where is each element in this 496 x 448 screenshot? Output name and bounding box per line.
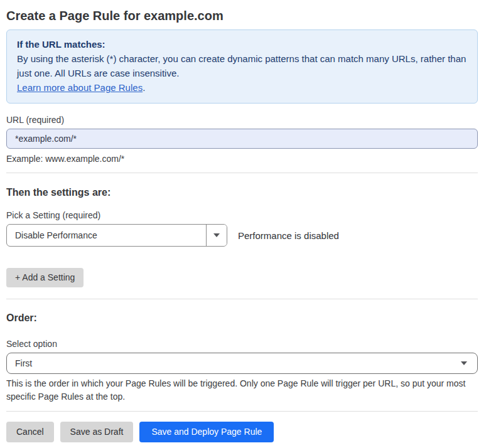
pick-setting-label: Pick a Setting (required) xyxy=(6,210,478,221)
setting-select-value: Disable Performance xyxy=(7,225,206,246)
order-select-label: Select option xyxy=(6,338,478,349)
info-box-body: By using the asterisk (*) character, you… xyxy=(17,51,467,80)
divider xyxy=(6,411,478,412)
settings-section-heading: Then the settings are: xyxy=(6,186,478,199)
chevron-down-icon xyxy=(461,361,467,365)
order-select[interactable]: First xyxy=(6,353,478,374)
add-setting-button[interactable]: + Add a Setting xyxy=(6,268,84,287)
order-select-value: First xyxy=(15,358,32,368)
setting-status-text: Performance is disabled xyxy=(238,230,339,241)
url-input[interactable] xyxy=(6,129,478,149)
url-matches-info-box: If the URL matches: By using the asteris… xyxy=(6,29,478,104)
save-as-draft-button[interactable]: Save as Draft xyxy=(60,422,134,442)
page-title: Create a Page Rule for example.com xyxy=(6,7,478,24)
order-help-text: This is the order in which your Page Rul… xyxy=(6,377,478,403)
order-section-heading: Order: xyxy=(6,312,478,324)
cancel-button[interactable]: Cancel xyxy=(6,422,54,442)
save-and-deploy-button[interactable]: Save and Deploy Page Rule xyxy=(139,422,274,442)
divider xyxy=(6,173,478,173)
setting-select-arrow-button[interactable] xyxy=(206,225,227,246)
action-buttons-row: Cancel Save as Draft Save and Deploy Pag… xyxy=(6,422,478,442)
link-period: . xyxy=(143,82,145,93)
setting-select[interactable]: Disable Performance xyxy=(6,224,227,247)
info-box-heading: If the URL matches: xyxy=(17,37,467,51)
divider xyxy=(6,299,478,299)
setting-row: Disable Performance Performance is disab… xyxy=(6,224,478,247)
learn-more-link[interactable]: Learn more about Page Rules xyxy=(17,82,143,93)
url-example-text: Example: www.example.com/* xyxy=(6,153,478,164)
url-field-label: URL (required) xyxy=(6,114,478,125)
chevron-down-icon xyxy=(213,233,220,237)
info-box-link-line: Learn more about Page Rules. xyxy=(17,80,467,95)
create-page-rule-panel: Create a Page Rule for example.com If th… xyxy=(0,7,496,442)
